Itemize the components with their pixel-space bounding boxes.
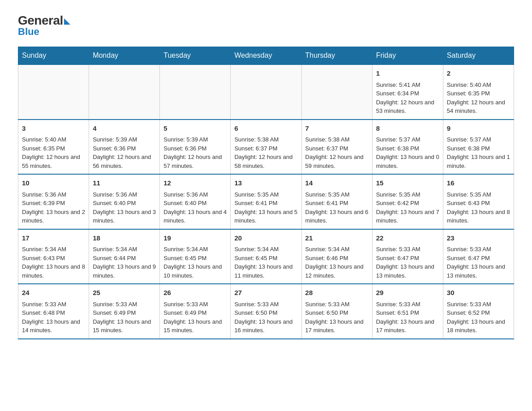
calendar-cell [301, 64, 372, 120]
day-number: 22 [376, 233, 439, 244]
day-info: Sunrise: 5:35 AMSunset: 6:41 PMDaylight:… [305, 190, 369, 225]
day-info: Sunrise: 5:38 AMSunset: 6:37 PMDaylight:… [305, 135, 369, 170]
week-row-4: 17Sunrise: 5:34 AMSunset: 6:43 PMDayligh… [18, 229, 514, 284]
calendar-cell: 5Sunrise: 5:39 AMSunset: 6:36 PMDaylight… [160, 120, 231, 175]
calendar-cell: 22Sunrise: 5:33 AMSunset: 6:47 PMDayligh… [372, 229, 443, 284]
weekday-header-row: SundayMondayTuesdayWednesdayThursdayFrid… [18, 47, 514, 65]
weekday-header-monday: Monday [89, 47, 160, 65]
calendar-cell: 20Sunrise: 5:34 AMSunset: 6:45 PMDayligh… [231, 229, 301, 284]
day-info: Sunrise: 5:33 AMSunset: 6:47 PMDaylight:… [376, 245, 439, 280]
day-number: 13 [234, 178, 297, 188]
day-info: Sunrise: 5:33 AMSunset: 6:51 PMDaylight:… [376, 300, 439, 335]
calendar-cell: 14Sunrise: 5:35 AMSunset: 6:41 PMDayligh… [301, 174, 372, 229]
week-row-3: 10Sunrise: 5:36 AMSunset: 6:39 PMDayligh… [18, 174, 514, 229]
day-number: 15 [376, 178, 439, 188]
calendar-cell [160, 64, 231, 120]
day-number: 25 [93, 288, 156, 298]
weekday-header-friday: Friday [372, 47, 443, 65]
calendar-cell: 26Sunrise: 5:33 AMSunset: 6:49 PMDayligh… [160, 284, 231, 339]
week-row-1: 1Sunrise: 5:41 AMSunset: 6:34 PMDaylight… [18, 64, 514, 120]
day-info: Sunrise: 5:35 AMSunset: 6:43 PMDaylight:… [447, 190, 510, 225]
day-info: Sunrise: 5:33 AMSunset: 6:52 PMDaylight:… [447, 300, 510, 335]
calendar-cell: 30Sunrise: 5:33 AMSunset: 6:52 PMDayligh… [443, 284, 514, 339]
calendar-cell: 21Sunrise: 5:34 AMSunset: 6:46 PMDayligh… [301, 229, 372, 284]
day-info: Sunrise: 5:36 AMSunset: 6:39 PMDaylight:… [22, 190, 85, 225]
calendar-cell: 18Sunrise: 5:34 AMSunset: 6:44 PMDayligh… [89, 229, 160, 284]
day-number: 2 [447, 68, 510, 79]
calendar-cell [231, 64, 301, 120]
day-number: 10 [22, 178, 85, 188]
calendar-cell: 25Sunrise: 5:33 AMSunset: 6:49 PMDayligh… [89, 284, 160, 339]
day-number: 29 [376, 288, 439, 298]
day-number: 26 [163, 288, 227, 298]
day-info: Sunrise: 5:35 AMSunset: 6:42 PMDaylight:… [376, 190, 439, 225]
day-info: Sunrise: 5:35 AMSunset: 6:41 PMDaylight:… [234, 190, 297, 225]
day-number: 18 [93, 233, 156, 244]
day-number: 24 [22, 288, 85, 298]
calendar-cell [18, 64, 89, 120]
day-info: Sunrise: 5:38 AMSunset: 6:37 PMDaylight:… [234, 135, 297, 170]
week-row-5: 24Sunrise: 5:33 AMSunset: 6:48 PMDayligh… [18, 284, 514, 339]
calendar-cell: 8Sunrise: 5:37 AMSunset: 6:38 PMDaylight… [372, 120, 443, 175]
calendar-cell: 7Sunrise: 5:38 AMSunset: 6:37 PMDaylight… [301, 120, 372, 175]
day-info: Sunrise: 5:40 AMSunset: 6:35 PMDaylight:… [22, 135, 85, 170]
day-info: Sunrise: 5:34 AMSunset: 6:45 PMDaylight:… [234, 245, 297, 280]
calendar-cell: 16Sunrise: 5:35 AMSunset: 6:43 PMDayligh… [443, 174, 514, 229]
calendar-cell: 6Sunrise: 5:38 AMSunset: 6:37 PMDaylight… [231, 120, 301, 175]
day-info: Sunrise: 5:40 AMSunset: 6:35 PMDaylight:… [447, 81, 510, 116]
calendar-table: SundayMondayTuesdayWednesdayThursdayFrid… [18, 47, 514, 339]
week-row-2: 3Sunrise: 5:40 AMSunset: 6:35 PMDaylight… [18, 120, 514, 175]
day-number: 12 [163, 178, 227, 188]
day-number: 19 [163, 233, 227, 244]
day-number: 27 [234, 288, 297, 298]
day-number: 8 [376, 124, 439, 134]
day-number: 1 [376, 68, 439, 79]
day-info: Sunrise: 5:37 AMSunset: 6:38 PMDaylight:… [376, 135, 439, 170]
day-number: 11 [93, 178, 156, 188]
day-info: Sunrise: 5:33 AMSunset: 6:50 PMDaylight:… [234, 300, 297, 335]
calendar-cell: 1Sunrise: 5:41 AMSunset: 6:34 PMDaylight… [372, 64, 443, 120]
day-number: 28 [305, 288, 369, 298]
day-number: 7 [305, 124, 369, 134]
calendar-cell: 19Sunrise: 5:34 AMSunset: 6:45 PMDayligh… [160, 229, 231, 284]
weekday-header-sunday: Sunday [18, 47, 89, 65]
day-info: Sunrise: 5:33 AMSunset: 6:49 PMDaylight:… [93, 300, 156, 335]
day-info: Sunrise: 5:33 AMSunset: 6:47 PMDaylight:… [447, 245, 510, 280]
day-number: 16 [447, 178, 510, 188]
calendar-cell: 23Sunrise: 5:33 AMSunset: 6:47 PMDayligh… [443, 229, 514, 284]
day-number: 3 [22, 124, 85, 134]
day-number: 17 [22, 233, 85, 244]
logo-triangle-icon [64, 18, 70, 25]
day-number: 23 [447, 233, 510, 244]
weekday-header-wednesday: Wednesday [231, 47, 301, 65]
calendar-cell: 11Sunrise: 5:36 AMSunset: 6:40 PMDayligh… [89, 174, 160, 229]
day-info: Sunrise: 5:39 AMSunset: 6:36 PMDaylight:… [163, 135, 227, 170]
page-header: General Blue [18, 13, 514, 38]
day-info: Sunrise: 5:37 AMSunset: 6:38 PMDaylight:… [447, 135, 510, 170]
day-number: 5 [163, 124, 227, 134]
day-info: Sunrise: 5:41 AMSunset: 6:34 PMDaylight:… [376, 81, 439, 116]
weekday-header-thursday: Thursday [301, 47, 372, 65]
day-info: Sunrise: 5:33 AMSunset: 6:50 PMDaylight:… [305, 300, 369, 335]
day-number: 9 [447, 124, 510, 134]
calendar-cell: 9Sunrise: 5:37 AMSunset: 6:38 PMDaylight… [443, 120, 514, 175]
day-number: 4 [93, 124, 156, 134]
logo-blue-text: Blue [18, 26, 39, 38]
calendar-cell: 24Sunrise: 5:33 AMSunset: 6:48 PMDayligh… [18, 284, 89, 339]
logo: General Blue [18, 13, 70, 38]
day-number: 20 [234, 233, 297, 244]
day-info: Sunrise: 5:36 AMSunset: 6:40 PMDaylight:… [163, 190, 227, 225]
day-info: Sunrise: 5:34 AMSunset: 6:43 PMDaylight:… [22, 245, 85, 280]
weekday-header-saturday: Saturday [443, 47, 514, 65]
day-info: Sunrise: 5:34 AMSunset: 6:46 PMDaylight:… [305, 245, 369, 280]
calendar-cell: 10Sunrise: 5:36 AMSunset: 6:39 PMDayligh… [18, 174, 89, 229]
day-number: 14 [305, 178, 369, 188]
day-info: Sunrise: 5:36 AMSunset: 6:40 PMDaylight:… [93, 190, 156, 225]
calendar-cell: 28Sunrise: 5:33 AMSunset: 6:50 PMDayligh… [301, 284, 372, 339]
calendar-cell: 17Sunrise: 5:34 AMSunset: 6:43 PMDayligh… [18, 229, 89, 284]
calendar-cell: 4Sunrise: 5:39 AMSunset: 6:36 PMDaylight… [89, 120, 160, 175]
day-number: 21 [305, 233, 369, 244]
day-info: Sunrise: 5:33 AMSunset: 6:48 PMDaylight:… [22, 300, 85, 335]
calendar-cell [89, 64, 160, 120]
calendar-cell: 3Sunrise: 5:40 AMSunset: 6:35 PMDaylight… [18, 120, 89, 175]
